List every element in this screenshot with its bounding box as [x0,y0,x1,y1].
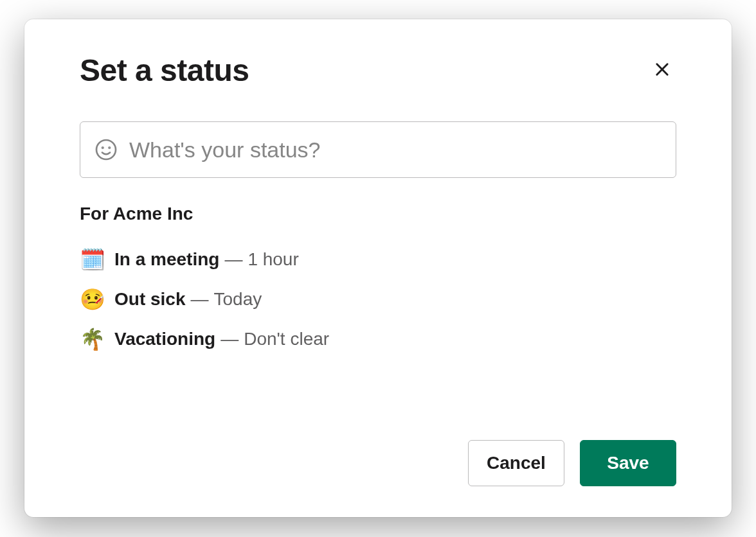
smiley-icon[interactable] [94,138,118,161]
preset-duration: 1 hour [248,249,298,270]
org-label: For Acme Inc [80,204,676,224]
preset-label: Out sick [114,289,185,310]
preset-vacation[interactable]: 🌴 Vacationing — Don't clear [80,319,676,359]
palm-tree-icon: 🌴 [80,327,108,351]
save-button[interactable]: Save [580,440,676,486]
svg-point-4 [109,147,111,148]
svg-point-2 [96,140,116,159]
preset-duration: Today [213,289,262,310]
modal-footer: Cancel Save [468,440,676,486]
preset-label: In a meeting [114,249,219,270]
close-icon [653,60,671,80]
preset-meeting[interactable]: 🗓️ In a meeting — 1 hour [80,240,676,279]
close-button[interactable] [648,57,676,85]
calendar-icon: 🗓️ [80,247,108,272]
cancel-button[interactable]: Cancel [468,440,564,486]
set-status-modal: Set a status For Acme Inc 🗓️ In a me [24,19,732,517]
sick-face-icon: 🤒 [80,287,108,312]
preset-sick[interactable]: 🤒 Out sick — Today [80,279,676,319]
preset-duration: Don't clear [244,329,329,349]
preset-separator: — [221,329,239,349]
svg-point-3 [102,147,104,148]
preset-separator: — [224,249,242,270]
preset-label: Vacationing [114,329,215,349]
status-input-container[interactable] [80,121,676,178]
preset-separator: — [190,289,208,310]
modal-title: Set a status [80,53,249,88]
modal-header: Set a status [80,53,676,88]
preset-list: 🗓️ In a meeting — 1 hour 🤒 Out sick — To… [80,240,676,359]
status-input[interactable] [129,137,662,163]
